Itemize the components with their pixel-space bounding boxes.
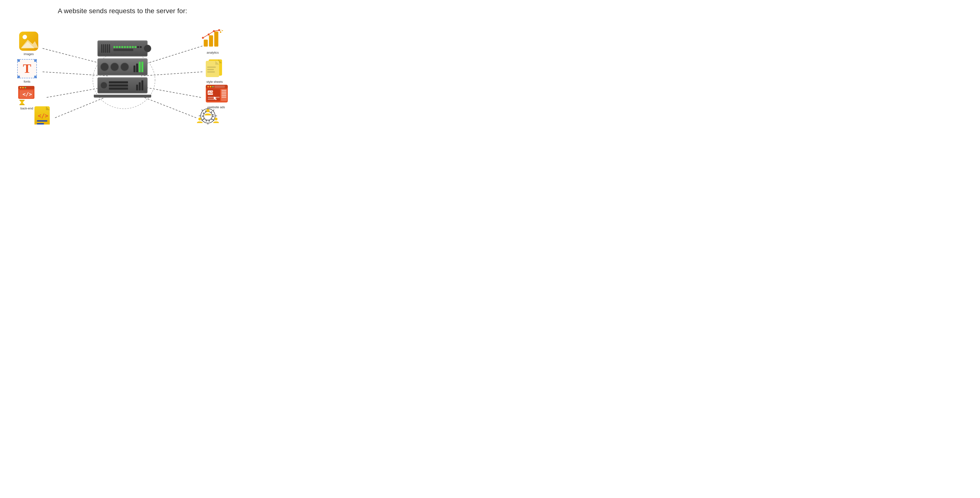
svg-rect-56 (208, 99, 217, 100)
svg-point-15 (22, 87, 24, 88)
server-rack (94, 40, 151, 98)
svg-rect-58 (221, 90, 226, 91)
svg-point-32 (208, 34, 210, 35)
svg-text:</>: </> (38, 113, 48, 119)
fonts-icon: T (17, 59, 37, 78)
item-images: images (19, 32, 38, 56)
svg-rect-42 (207, 67, 216, 68)
svg-rect-30 (215, 32, 218, 46)
svg-point-64 (204, 112, 212, 120)
svg-rect-62 (221, 97, 226, 98)
svg-point-35 (220, 31, 221, 33)
svg-point-68 (215, 118, 218, 120)
svg-rect-44 (207, 71, 215, 73)
thirdparty-icon (195, 104, 221, 124)
images-icon (19, 32, 38, 51)
svg-rect-28 (204, 40, 208, 46)
svg-point-47 (207, 86, 209, 88)
fonts-label: fonts (24, 80, 30, 83)
item-scripts: </> scripts (33, 106, 51, 124)
item-analytics: analytics (202, 29, 223, 54)
svg-rect-29 (209, 35, 213, 46)
svg-point-16 (25, 87, 26, 88)
stylesheets-label: style sheets (207, 80, 223, 83)
svg-rect-55 (208, 97, 220, 98)
svg-rect-26 (37, 120, 48, 121)
svg-point-36 (222, 30, 223, 31)
svg-line-3 (55, 96, 108, 118)
svg-point-31 (202, 37, 204, 39)
svg-rect-50 (215, 85, 225, 88)
svg-point-34 (218, 29, 220, 31)
svg-point-10 (23, 35, 27, 39)
svg-marker-20 (20, 101, 24, 105)
stylesheets-icon (204, 58, 225, 78)
analytics-label: analytics (207, 51, 219, 54)
svg-rect-59 (221, 92, 226, 93)
item-thirdparty: third-party services (195, 104, 221, 124)
svg-rect-60 (221, 93, 226, 94)
item-fonts: T fonts (17, 59, 37, 83)
svg-rect-21 (19, 100, 25, 101)
backend-icon: </> (16, 85, 37, 105)
svg-point-49 (212, 86, 214, 88)
svg-text:AD: AD (208, 91, 213, 94)
svg-point-67 (198, 118, 201, 120)
svg-rect-43 (207, 69, 214, 70)
svg-line-7 (141, 96, 196, 118)
svg-rect-27 (37, 123, 44, 124)
svg-point-66 (206, 109, 210, 112)
svg-rect-61 (221, 95, 226, 96)
svg-point-14 (20, 87, 21, 88)
svg-point-37 (221, 30, 221, 30)
svg-text:</>: </> (22, 91, 32, 97)
scripts-icon: </> (33, 106, 51, 124)
svg-point-33 (213, 30, 215, 32)
svg-point-48 (210, 86, 211, 88)
item-stylesheets: style sheets (204, 58, 225, 83)
images-label: images (24, 52, 34, 56)
backend-label: back-end (20, 107, 33, 110)
svg-rect-22 (19, 104, 25, 105)
diagram-area: images T fonts </> (0, 17, 245, 124)
websiteads-icon: AD (205, 84, 228, 104)
analytics-icon (202, 29, 223, 49)
page-title: A website sends requests to the server f… (0, 0, 245, 15)
